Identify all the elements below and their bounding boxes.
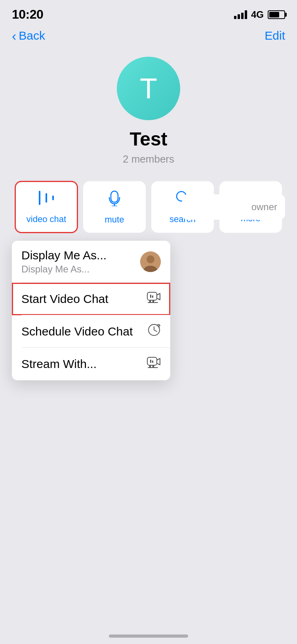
dropdown-item-display-me-as[interactable]: Display Me As... Display Me As... [12,241,170,283]
status-icons: 4G [234,9,285,20]
stream-icon [147,356,161,372]
dropdown-item-start-video-chat-title: Start Video Chat [21,292,109,306]
network-label: 4G [251,9,264,20]
mute-icon [107,190,122,210]
member-badge: owner [251,201,277,213]
members-area: owner [182,194,285,220]
clock-icon [147,323,161,340]
profile-section: T Test 2 members [0,49,297,177]
dropdown-container: Display Me As... Display Me As... Start … [12,241,285,380]
dropdown-item-display-me-as-content: Display Me As... Display Me As... [21,249,107,275]
signal-bar-2 [238,14,240,19]
video-chat-label: video chat [27,214,66,224]
signal-bars-icon [234,10,247,19]
svg-rect-0 [39,191,40,205]
nav-bar: ‹ Back Edit [0,25,297,49]
status-bar: 10:20 4G [0,0,297,25]
battery-body [268,10,285,19]
chevron-left-icon: ‹ [12,29,16,42]
svg-point-11 [147,255,154,263]
edit-button[interactable]: Edit [265,29,285,42]
battery-fill [269,12,279,17]
back-label: Back [19,29,45,42]
svg-rect-27 [152,360,153,363]
back-button[interactable]: ‹ Back [12,29,45,42]
dropdown-item-stream-with[interactable]: Stream With... [12,348,170,380]
dropdown-item-schedule-video-chat[interactable]: Schedule Video Chat [12,315,170,348]
svg-rect-17 [150,295,151,298]
avatar: T [117,57,180,120]
svg-rect-1 [46,193,47,203]
member-row: owner [182,194,285,220]
signal-bar-4 [245,10,247,19]
dropdown-item-display-me-as-title: Display Me As... [21,249,107,262]
svg-rect-18 [152,295,153,298]
avatar-letter: T [140,72,157,105]
video-chat-menu-icon [147,291,161,307]
dropdown-item-stream-with-title: Stream With... [21,357,97,371]
mute-label: mute [105,215,124,225]
dropdown-item-start-video-chat[interactable]: Start Video Chat [12,283,170,315]
svg-line-21 [154,330,157,332]
user-avatar-inner [140,251,161,272]
signal-bar-1 [234,16,236,19]
home-indicator [109,634,188,638]
video-chat-button[interactable]: video chat [15,181,78,233]
svg-rect-26 [150,360,151,363]
profile-name: Test [129,128,167,150]
signal-bar-3 [241,13,244,19]
dropdown-item-display-me-as-subtitle: Display Me As... [21,264,107,275]
battery-icon [268,10,285,19]
dropdown-menu: Display Me As... Display Me As... Start … [12,241,170,380]
profile-members: 2 members [123,153,174,165]
video-chat-icon [38,190,55,209]
status-time: 10:20 [12,7,43,22]
svg-rect-2 [52,196,54,200]
mute-button[interactable]: mute [83,181,146,233]
dropdown-item-schedule-video-chat-title: Schedule Video Chat [21,325,133,338]
user-avatar [140,251,161,272]
